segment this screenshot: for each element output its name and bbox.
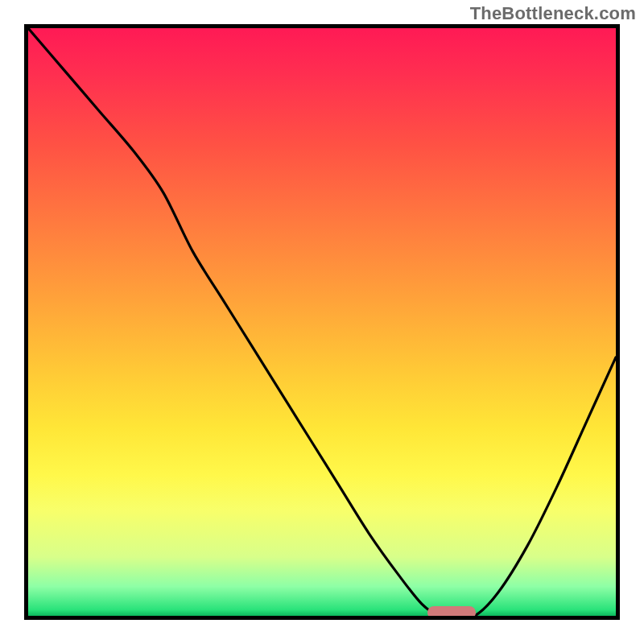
chart-frame: TheBottleneck.com <box>0 0 644 644</box>
optimal-range-marker <box>427 606 476 619</box>
watermark-text: TheBottleneck.com <box>470 3 636 24</box>
plot-area <box>24 24 620 620</box>
bottleneck-curve <box>28 28 616 616</box>
